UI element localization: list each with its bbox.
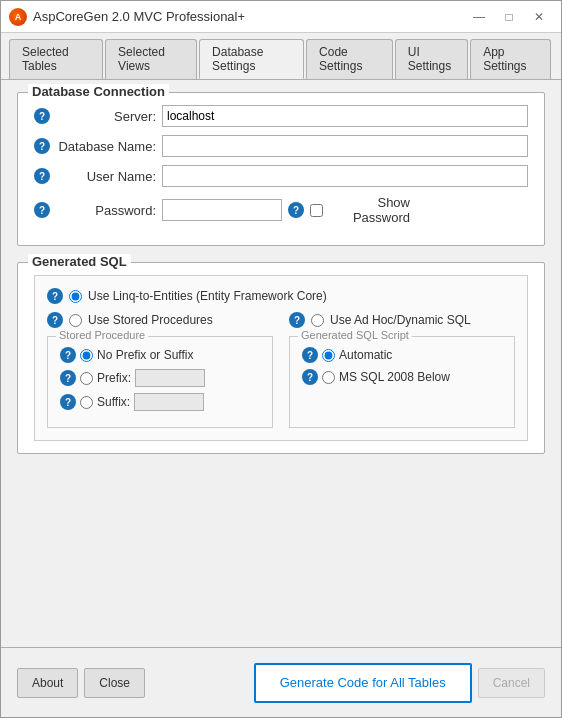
automatic-help-icon[interactable]: ? (302, 347, 318, 363)
show-password-checkbox[interactable] (310, 204, 323, 217)
linq-radio[interactable] (69, 290, 82, 303)
db-name-help-icon[interactable]: ? (34, 138, 50, 154)
sub-sections: Stored Procedure ? No Prefix or Suffix ?… (47, 336, 515, 428)
server-input[interactable] (162, 105, 528, 127)
maximize-button[interactable]: □ (495, 6, 523, 28)
footer-left: About Close (17, 668, 145, 698)
prefix-help-icon[interactable]: ? (60, 370, 76, 386)
generated-sql-section: Generated SQL ? Use Linq-to-Entities (En… (17, 262, 545, 454)
main-content: Database Connection ? Server: ? Database… (1, 80, 561, 647)
no-prefix-label[interactable]: No Prefix or Suffix (97, 348, 193, 362)
ad-hoc-help-icon[interactable]: ? (289, 312, 305, 328)
tab-app-settings[interactable]: App Settings (470, 39, 551, 79)
suffix-radio[interactable] (80, 396, 93, 409)
sql-options-row: ? Use Stored Procedures ? Use Ad Hoc/Dyn… (47, 312, 515, 328)
db-name-row: ? Database Name: (34, 135, 528, 157)
stored-procedure-subsection: Stored Procedure ? No Prefix or Suffix ?… (47, 336, 273, 428)
stored-procs-row: ? Use Stored Procedures (47, 312, 273, 328)
generated-sql-script-subsection: Generated SQL Script ? Automatic ? MS SQ… (289, 336, 515, 428)
user-name-label: User Name: (56, 169, 156, 184)
close-button[interactable]: Close (84, 668, 145, 698)
suffix-row: ? Suffix: (60, 393, 260, 411)
prefix-label[interactable]: Prefix: (97, 371, 131, 385)
footer: About Close Generate Code for All Tables… (1, 647, 561, 717)
server-help-icon[interactable]: ? (34, 108, 50, 124)
password-help-icon[interactable]: ? (34, 202, 50, 218)
stored-procs-label[interactable]: Use Stored Procedures (88, 313, 213, 327)
no-prefix-help-icon[interactable]: ? (60, 347, 76, 363)
automatic-radio[interactable] (322, 349, 335, 362)
show-password-checkbox-label[interactable]: Show Password (310, 195, 410, 225)
db-name-input[interactable] (162, 135, 528, 157)
user-name-input[interactable] (162, 165, 528, 187)
prefix-row: ? Prefix: (60, 369, 260, 387)
prefix-radio[interactable] (80, 372, 93, 385)
database-connection-section: Database Connection ? Server: ? Database… (17, 92, 545, 246)
user-name-row: ? User Name: (34, 165, 528, 187)
automatic-label[interactable]: Automatic (339, 348, 392, 362)
main-window: A AspCoreGen 2.0 MVC Professional+ — □ ✕… (0, 0, 562, 718)
db-connection-title: Database Connection (28, 84, 169, 99)
sql-inner: ? Use Linq-to-Entities (Entity Framework… (34, 275, 528, 441)
suffix-input[interactable] (134, 393, 204, 411)
ms-sql-row: ? MS SQL 2008 Below (302, 369, 502, 385)
ms-sql-help-icon[interactable]: ? (302, 369, 318, 385)
show-password-help-icon[interactable]: ? (288, 202, 304, 218)
password-input-row: ? Show Password (162, 195, 410, 225)
generated-sql-script-title: Generated SQL Script (298, 329, 412, 341)
title-bar-left: A AspCoreGen 2.0 MVC Professional+ (9, 8, 245, 26)
linq-row: ? Use Linq-to-Entities (Entity Framework… (47, 288, 515, 304)
about-button[interactable]: About (17, 668, 78, 698)
linq-label[interactable]: Use Linq-to-Entities (Entity Framework C… (88, 289, 327, 303)
generate-button[interactable]: Generate Code for All Tables (254, 663, 472, 703)
password-row: ? Password: ? Show Password (34, 195, 528, 225)
tab-code-settings[interactable]: Code Settings (306, 39, 393, 79)
stored-procedure-subsection-title: Stored Procedure (56, 329, 148, 341)
generated-sql-title: Generated SQL (28, 254, 131, 269)
linq-help-icon[interactable]: ? (47, 288, 63, 304)
suffix-label[interactable]: Suffix: (97, 395, 130, 409)
user-name-help-icon[interactable]: ? (34, 168, 50, 184)
ms-sql-radio[interactable] (322, 371, 335, 384)
server-row: ? Server: (34, 105, 528, 127)
tab-bar: Selected Tables Selected Views Database … (1, 33, 561, 80)
automatic-row: ? Automatic (302, 347, 502, 363)
db-name-label: Database Name: (56, 139, 156, 154)
stored-procs-help-icon[interactable]: ? (47, 312, 63, 328)
tab-selected-tables[interactable]: Selected Tables (9, 39, 103, 79)
ad-hoc-radio[interactable] (311, 314, 324, 327)
suffix-help-icon[interactable]: ? (60, 394, 76, 410)
app-icon: A (9, 8, 27, 26)
close-window-button[interactable]: ✕ (525, 6, 553, 28)
tab-ui-settings[interactable]: UI Settings (395, 39, 468, 79)
cancel-button: Cancel (478, 668, 545, 698)
no-prefix-suffix-row: ? No Prefix or Suffix (60, 347, 260, 363)
ms-sql-label[interactable]: MS SQL 2008 Below (339, 370, 450, 384)
tab-database-settings[interactable]: Database Settings (199, 39, 304, 79)
password-input[interactable] (162, 199, 282, 221)
prefix-input[interactable] (135, 369, 205, 387)
minimize-button[interactable]: — (465, 6, 493, 28)
server-label: Server: (56, 109, 156, 124)
stored-procs-radio[interactable] (69, 314, 82, 327)
ad-hoc-label[interactable]: Use Ad Hoc/Dynamic SQL (330, 313, 471, 327)
window-title: AspCoreGen 2.0 MVC Professional+ (33, 9, 245, 24)
ad-hoc-row: ? Use Ad Hoc/Dynamic SQL (289, 312, 515, 328)
password-label: Password: (56, 203, 156, 218)
tab-selected-views[interactable]: Selected Views (105, 39, 197, 79)
footer-right: Generate Code for All Tables Cancel (254, 663, 545, 703)
window-controls: — □ ✕ (465, 6, 553, 28)
no-prefix-radio[interactable] (80, 349, 93, 362)
title-bar: A AspCoreGen 2.0 MVC Professional+ — □ ✕ (1, 1, 561, 33)
